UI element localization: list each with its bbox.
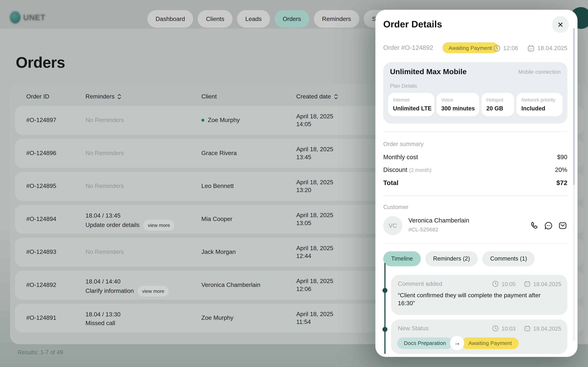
status-badge: Awaiting Payment bbox=[442, 42, 498, 53]
plan-type: Mobile connection bbox=[518, 69, 561, 75]
summary-discount-row: Discount (2 month) 20% bbox=[383, 166, 567, 173]
created-date-cell: April 18, 202511:54 bbox=[296, 310, 333, 326]
timeline-event-comment: Comment added 10:05 18.04.2025 “Client c… bbox=[391, 275, 567, 315]
order-meta: 12:06 18.04.2025 bbox=[493, 44, 567, 52]
order-id: #O-124896 bbox=[26, 150, 56, 157]
screen: UNET Dashboard Clients Leads Orders Remi… bbox=[0, 0, 588, 367]
client-cell: Zoe Murphy bbox=[201, 315, 233, 321]
brand-logo: UNET bbox=[10, 11, 45, 24]
clock-icon bbox=[492, 325, 499, 332]
client-cell: Grace Rivera bbox=[201, 150, 237, 157]
reminder-cell: No Reminders bbox=[86, 249, 124, 255]
order-id: #O-124891 bbox=[26, 315, 56, 321]
nav-item-dashboard[interactable]: Dashboard bbox=[147, 10, 193, 28]
order-summary-heading: Order summary bbox=[383, 141, 424, 148]
order-id: #O-124894 bbox=[26, 216, 56, 223]
order-time: 12:06 bbox=[503, 45, 518, 52]
timeline-dot bbox=[382, 288, 387, 293]
order-id: #O-124895 bbox=[26, 183, 56, 190]
column-order-id: Order ID bbox=[26, 93, 49, 100]
calendar-icon bbox=[527, 44, 535, 52]
calendar-icon bbox=[524, 280, 531, 287]
order-date: 18.04.2025 bbox=[537, 45, 567, 52]
status-change: Docs Preparation → Awaiting Payment bbox=[397, 336, 519, 350]
clock-icon bbox=[492, 280, 499, 287]
view-more-button[interactable]: view more bbox=[143, 220, 174, 231]
order-number: Order #O-124892 bbox=[383, 44, 433, 52]
order-id: #O-124892 bbox=[26, 282, 56, 288]
event-meta: 10:05 18.04.2025 bbox=[492, 280, 561, 287]
panel-scrollbar-thumb[interactable] bbox=[573, 28, 575, 185]
arrow-right-icon: → bbox=[450, 336, 464, 350]
plan-card: Unlimited Max Mobile Mobile connection P… bbox=[383, 62, 567, 124]
client-cell: Zoe Murphy bbox=[201, 117, 240, 124]
summary-total-row: Total $72 bbox=[383, 179, 567, 187]
nav-item-leads[interactable]: Leads bbox=[237, 10, 270, 28]
tab-timeline[interactable]: Timeline bbox=[383, 251, 421, 266]
client-cell: Veronica Chamberlain bbox=[201, 282, 260, 288]
main-nav: Dashboard Clients Leads Orders Reminders… bbox=[147, 10, 403, 28]
comment-text: “Client confirmed they will complete the… bbox=[398, 291, 551, 307]
brand-logo-icon bbox=[10, 11, 21, 24]
client-cell: Mia Cooper bbox=[201, 216, 233, 223]
page-title: Orders bbox=[16, 54, 65, 72]
plan-details-label: Plan Details bbox=[390, 83, 417, 89]
feature-hotspot: Hotspot 20 GB bbox=[482, 93, 514, 116]
divider bbox=[383, 243, 567, 244]
customer-heading: Customer bbox=[383, 204, 408, 210]
detail-tabs: Timeline Reminders (2) Comments (1) bbox=[383, 251, 535, 266]
reminder-cell: No Reminders bbox=[86, 150, 124, 157]
nav-item-clients[interactable]: Clients bbox=[198, 10, 233, 28]
view-more-button[interactable]: view more bbox=[138, 286, 169, 297]
feature-internet: Internet Unlimited LTE bbox=[388, 93, 434, 116]
tab-reminders[interactable]: Reminders (2) bbox=[425, 251, 478, 266]
created-date-cell: April 18, 202513:20 bbox=[296, 178, 333, 194]
feature-network-priority: Network priority Included bbox=[517, 93, 562, 116]
online-dot bbox=[201, 119, 204, 122]
plan-name: Unlimited Max Mobile bbox=[390, 67, 467, 76]
nav-item-reminders[interactable]: Reminders bbox=[314, 10, 359, 28]
client-cell: Leo Bennett bbox=[201, 183, 234, 190]
total-value: $72 bbox=[556, 179, 568, 187]
close-button[interactable]: ✕ bbox=[552, 16, 569, 33]
monthly-cost-value: $90 bbox=[557, 154, 567, 161]
reminder-cell: No Reminders bbox=[86, 183, 124, 190]
status-from: Docs Preparation bbox=[397, 337, 453, 349]
discount-value: 20% bbox=[555, 166, 567, 173]
phone-icon[interactable] bbox=[529, 221, 539, 230]
status-to: Awaiting Payment bbox=[462, 337, 519, 349]
nav-item-orders[interactable]: Orders bbox=[274, 10, 309, 28]
reminder-cell: No Reminders bbox=[86, 117, 124, 124]
calendar-icon bbox=[524, 325, 531, 332]
reminder-cell: 18.04 / 13:45 Update order detailsview m… bbox=[86, 211, 174, 231]
reminder-cell: 18.04 / 14:40 Clarify informationview mo… bbox=[86, 277, 169, 297]
column-reminders[interactable]: Reminders bbox=[86, 93, 121, 100]
created-date-cell: April 18, 202513:05 bbox=[296, 211, 333, 227]
plan-features: Internet Unlimited LTE Voice 300 minutes… bbox=[388, 93, 562, 116]
timeline-event-status: New Status 10:03 18.04.2025 Docs Prepara… bbox=[391, 319, 567, 354]
panel-title: Order Details bbox=[383, 19, 442, 30]
order-id: #O-124893 bbox=[26, 249, 56, 255]
divider bbox=[383, 132, 567, 132]
customer-name: Veronica Chamberlain bbox=[408, 217, 469, 224]
tab-comments[interactable]: Comments (1) bbox=[482, 251, 535, 266]
customer-id: #CL-525682 bbox=[408, 227, 438, 233]
event-title: Comment added bbox=[398, 280, 442, 287]
chat-icon[interactable] bbox=[544, 221, 553, 230]
mail-icon[interactable] bbox=[558, 221, 567, 230]
client-cell: Jack Morgan bbox=[201, 249, 236, 255]
column-created-date[interactable]: Created date bbox=[296, 93, 338, 100]
customer-contact-actions bbox=[529, 221, 567, 230]
event-meta: 10:03 18.04.2025 bbox=[492, 325, 561, 332]
clock-icon bbox=[493, 44, 501, 52]
column-client: Client bbox=[201, 93, 217, 100]
order-id: #O-124897 bbox=[26, 117, 56, 124]
feature-voice: Voice 300 minutes bbox=[436, 93, 479, 116]
order-details-panel: Order Details ✕ Order #O-124892 Awaiting… bbox=[375, 10, 578, 357]
reminder-cell: 18.04 / 13:30 Missed call bbox=[86, 310, 121, 327]
results-count: Results: 1-7 of 49 bbox=[17, 349, 63, 356]
timeline-rail bbox=[384, 263, 385, 354]
customer-avatar: VC bbox=[383, 216, 402, 235]
created-date-cell: April 18, 202514:05 bbox=[296, 112, 333, 128]
close-icon: ✕ bbox=[557, 20, 563, 29]
